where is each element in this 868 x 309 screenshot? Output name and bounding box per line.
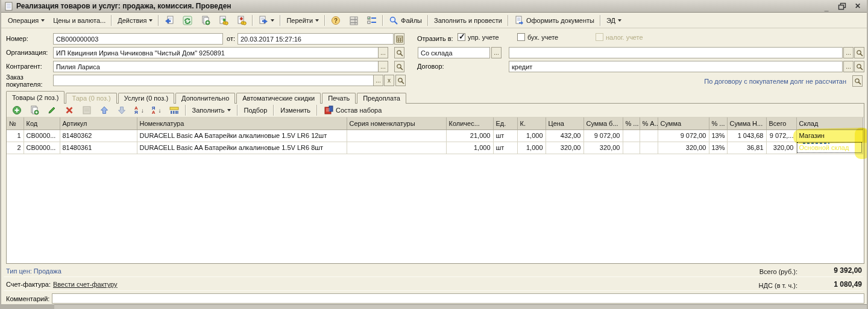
tab-services[interactable]: Услуги (0 поз.): [118, 93, 174, 104]
sort-desc-button[interactable]: ЯА↓: [149, 105, 165, 115]
debt-notice-link[interactable]: По договору с покупателем долг не рассчи…: [704, 78, 846, 85]
check-prices-button[interactable]: [166, 105, 182, 116]
set-contents-button[interactable]: Состав набора: [321, 105, 385, 116]
post-button[interactable]: [215, 13, 233, 28]
order-clear-button[interactable]: x: [384, 75, 394, 86]
contract-open-button[interactable]: [854, 61, 864, 72]
tab-tare[interactable]: Тара (0 поз.): [66, 93, 116, 104]
fill-and-post-button[interactable]: Заполнить и провести: [430, 14, 506, 27]
warehouse-mode-field[interactable]: Со склада: [418, 47, 490, 58]
contract-field[interactable]: кредит: [509, 61, 843, 72]
cell-percent-1[interactable]: [623, 142, 640, 154]
cell-code[interactable]: СВ0000...: [24, 130, 60, 142]
cell-price[interactable]: 432,00: [546, 130, 583, 142]
order-open-button[interactable]: [395, 75, 406, 86]
copy-row-button[interactable]: [27, 105, 42, 116]
ed-menu-button[interactable]: ЭД: [602, 14, 626, 27]
copy-button[interactable]: [197, 13, 215, 28]
pick-button[interactable]: Подбор: [241, 106, 271, 114]
close-button[interactable]: ✕: [852, 2, 863, 11]
cell-code[interactable]: СВ0000...: [24, 142, 60, 154]
list-settings-button[interactable]: [345, 13, 363, 28]
goto-menu-button[interactable]: Перейти: [282, 14, 323, 27]
cell-sum-before[interactable]: 320,00: [583, 142, 623, 154]
cell-total[interactable]: 9 072,...: [766, 130, 796, 142]
operation-menu-button[interactable]: Операция: [4, 14, 49, 27]
issue-documents-button[interactable]: Оформить документы: [510, 13, 599, 28]
debt-open-button[interactable]: [852, 75, 863, 87]
counterparty-open-button[interactable]: [394, 61, 404, 72]
management-accounting-checkbox[interactable]: упр. учете: [458, 33, 499, 41]
column-settings-button[interactable]: [363, 13, 381, 28]
comment-field[interactable]: [52, 293, 864, 304]
cell-sum[interactable]: 9 072,00: [658, 130, 709, 142]
cell-series[interactable]: [347, 142, 446, 154]
cell-warehouse-selected[interactable]: Основной склад: [796, 142, 863, 154]
tab-additional[interactable]: Дополнительно: [175, 93, 235, 104]
tab-goods[interactable]: Товары (2 поз.): [6, 91, 64, 104]
unpost-button[interactable]: [233, 13, 251, 28]
change-button[interactable]: Изменить: [277, 106, 313, 114]
move-up-button[interactable]: [96, 105, 112, 116]
cell-nomenclature[interactable]: DURACELL Basic AA Батарейки алкалиновые …: [137, 142, 347, 154]
cell-unit[interactable]: шт: [493, 130, 517, 142]
cell-coefficient[interactable]: 1,000: [517, 130, 546, 142]
price-type-link[interactable]: Тип цен: Продажа: [6, 267, 61, 275]
calendar-button[interactable]: [394, 33, 404, 45]
help-button[interactable]: ?: [327, 13, 345, 28]
contract-select-button[interactable]: ...: [843, 61, 854, 72]
warehouse-field[interactable]: [509, 47, 843, 58]
cell-warehouse-highlighted[interactable]: Магазин: [796, 130, 863, 142]
cell-percent-vat[interactable]: 13%: [709, 130, 727, 142]
number-field[interactable]: СВ000000003: [53, 33, 223, 45]
date-field[interactable]: 20.03.2017 15:27:16: [237, 33, 394, 45]
cell-total[interactable]: 320,00: [766, 142, 796, 154]
save-post-button[interactable]: [160, 13, 178, 28]
cell-sum-vat[interactable]: 1 043,68: [727, 130, 766, 142]
cell-percent-auto[interactable]: [640, 130, 658, 142]
cell-percent-vat[interactable]: 13%: [709, 142, 727, 154]
cell-article[interactable]: 81480362: [60, 130, 137, 142]
delete-row-button[interactable]: [61, 105, 77, 116]
book-accounting-checkbox[interactable]: бух. учете: [517, 33, 558, 41]
warehouse-select-button[interactable]: ...: [843, 47, 854, 58]
cell-sum[interactable]: 320,00: [658, 142, 709, 154]
tab-auto-discounts[interactable]: Автоматические скидки: [236, 93, 321, 104]
tab-prepayment[interactable]: Предоплата: [357, 93, 406, 104]
organization-open-button[interactable]: [394, 47, 404, 58]
prices-currency-button[interactable]: Цены и валюта...: [49, 14, 110, 27]
actions-menu-button[interactable]: Действия: [113, 14, 157, 27]
counterparty-select-button[interactable]: ...: [378, 61, 388, 72]
cell-sum-before[interactable]: 9 072,00: [583, 130, 623, 142]
warehouse-open-button[interactable]: [854, 47, 864, 58]
cell-series[interactable]: [347, 130, 446, 142]
organization-select-button[interactable]: ...: [378, 47, 388, 58]
cell-nomenclature[interactable]: DURACELL Basic AA Батарейки алкалиновые …: [137, 130, 347, 142]
fill-menu-button[interactable]: Заполнить: [189, 106, 234, 114]
restore-icon[interactable]: [837, 2, 848, 11]
cell-quantity[interactable]: 21,000: [446, 130, 493, 142]
cell-sum-vat[interactable]: 36,81: [727, 142, 766, 154]
move-down-button[interactable]: [114, 105, 130, 116]
cell-percent-auto[interactable]: [640, 142, 658, 154]
customer-order-field[interactable]: [53, 75, 374, 86]
order-select-button[interactable]: ...: [373, 75, 383, 86]
cell-number[interactable]: 1: [7, 130, 24, 142]
cell-number[interactable]: 2: [7, 142, 24, 154]
cell-unit[interactable]: шт: [493, 142, 517, 154]
minimize-button[interactable]: _: [821, 2, 832, 11]
sort-asc-button[interactable]: АЯ↓: [131, 105, 147, 115]
counterparty-field[interactable]: Пилия Лариса: [53, 61, 379, 72]
refresh-button[interactable]: [178, 13, 197, 28]
warehouse-mode-select-button[interactable]: ...: [491, 47, 502, 58]
cell-coefficient[interactable]: 1,000: [517, 142, 546, 154]
cell-price[interactable]: 320,00: [546, 142, 583, 154]
files-button[interactable]: Файлы: [385, 13, 426, 28]
tab-print[interactable]: Печать: [322, 93, 356, 104]
edit-row-button[interactable]: [44, 105, 60, 116]
organization-field[interactable]: ИП Квициния Ирина Чичиковна "Чистый Дом"…: [53, 47, 379, 58]
enter-invoice-link[interactable]: Ввести счет-фактуру: [53, 281, 118, 288]
output-button[interactable]: [254, 13, 278, 28]
cell-quantity[interactable]: 1,000: [446, 142, 493, 154]
cell-article[interactable]: 81480361: [60, 142, 137, 154]
